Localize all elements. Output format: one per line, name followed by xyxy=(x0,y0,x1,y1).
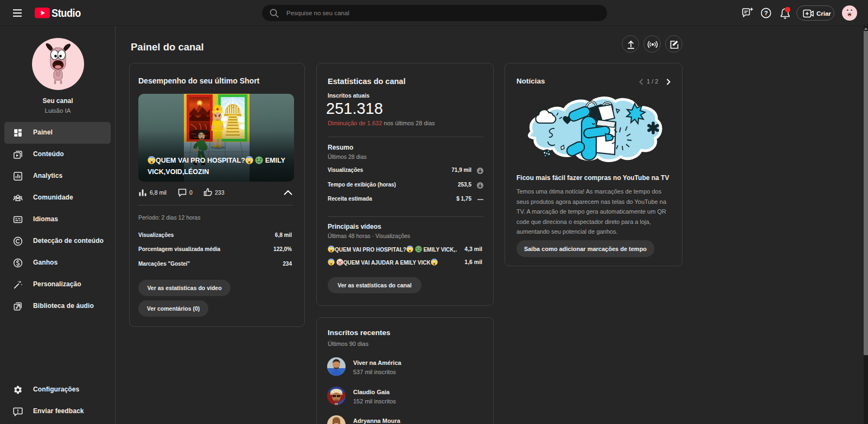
svg-text:?: ? xyxy=(764,10,768,16)
